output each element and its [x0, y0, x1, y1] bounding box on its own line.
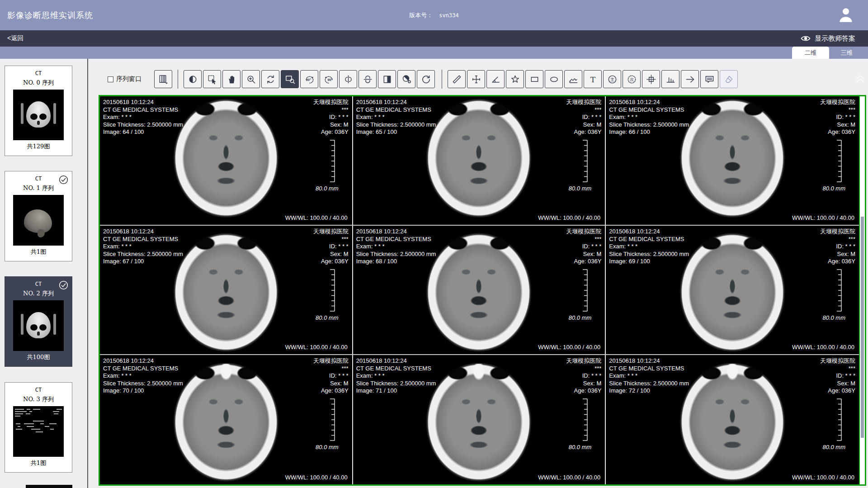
tab-3d[interactable]: 三维 [829, 47, 864, 59]
series-image-count: 共100图 [5, 353, 72, 361]
window-preset-button[interactable] [397, 70, 415, 88]
checkbox-icon[interactable] [108, 76, 113, 82]
rotate-90-cw-icon: 90° [324, 74, 334, 85]
reset-button[interactable] [417, 70, 435, 88]
angle-button[interactable] [486, 70, 505, 88]
select-button[interactable] [203, 70, 221, 88]
overlay-hospital: 天堰模拟医院 [820, 357, 855, 365]
ct-image [173, 362, 279, 482]
series-card-0[interactable]: CTNO. 0 序列共129图 [5, 66, 72, 156]
tab-2d[interactable]: 二维 [792, 47, 829, 59]
overlay-window-level: WW/WL: 100.00 / 40.00 [285, 214, 348, 221]
overlay-window-level: WW/WL: 100.00 / 40.00 [285, 474, 348, 481]
viewer-cell-9[interactable]: 20150618 10:12:24CT GE MEDICAL SYSTEMSEx… [606, 355, 859, 484]
overlay-exam: Exam: * * * [356, 114, 436, 121]
profile-icon [665, 74, 676, 85]
overlay-window-level: WW/WL: 100.00 / 40.00 [538, 214, 600, 221]
zoom-in-button[interactable] [242, 70, 260, 88]
profile-bars-button[interactable] [661, 70, 679, 88]
user-avatar-icon[interactable] [836, 5, 855, 24]
viewer-scrollbar[interactable] [859, 96, 865, 484]
flip-vertical-button[interactable] [359, 70, 377, 88]
flip-horizontal-icon [343, 74, 354, 85]
overlay-exam: Exam: * * * [103, 372, 183, 380]
overlay-patient-id: ID: * * * [313, 372, 349, 380]
overlay-stars: *** [313, 236, 349, 243]
rect-roi-button[interactable] [525, 70, 543, 88]
show-answer-label: 显示教师答案 [815, 34, 855, 43]
svg-text:90°: 90° [327, 77, 333, 81]
arrow-annotation-button[interactable] [681, 70, 699, 88]
svg-text:次: 次 [629, 77, 633, 81]
rotate-90-cw-button[interactable]: 90° [320, 70, 338, 88]
viewer-cell-3[interactable]: 20150618 10:12:24CT GE MEDICAL SYSTEMSEx… [606, 96, 859, 226]
layout-button[interactable] [154, 70, 172, 88]
overlay-hospital: 天堰模拟医院 [820, 99, 855, 106]
ct-image [679, 99, 785, 218]
scale-ruler-icon [330, 139, 336, 183]
collapse-toolbar-icon[interactable] [854, 72, 866, 84]
locate-icon [646, 74, 656, 85]
window-level-icon [188, 74, 198, 85]
overlay-slice-thickness: Slice Thickness: 2.500000 mm [356, 251, 436, 258]
ct-image [426, 362, 532, 482]
overlay-exam: Exam: * * * [609, 114, 689, 121]
overlay-age: Age: 036Y [820, 387, 855, 395]
text-annotation-button[interactable]: T [584, 70, 602, 88]
comment-button[interactable] [700, 70, 718, 88]
overlay-datetime: 20150618 10:12:24 [609, 228, 689, 236]
rotate-button[interactable] [261, 70, 279, 88]
cross-measure-button[interactable] [467, 70, 485, 88]
overlay-slice-thickness: Slice Thickness: 2.500000 mm [609, 251, 689, 258]
flip-horizontal-button[interactable] [339, 70, 357, 88]
scale-ruler-icon [582, 139, 589, 183]
overlay-stars: *** [313, 106, 349, 114]
overlay-top-right: 天堰模拟医院***ID: * * *Sex: MAge: 036Y [313, 228, 349, 265]
viewer-cell-2[interactable]: 20150618 10:12:24CT GE MEDICAL SYSTEMSEx… [353, 96, 606, 226]
reset-icon [421, 74, 431, 85]
curve-profile-button[interactable] [564, 70, 582, 88]
overlay-scale-label: 80.0 mm [569, 185, 592, 192]
back-button[interactable]: <返回 [0, 34, 24, 43]
series-selected-check-icon [58, 175, 69, 185]
viewer-cell-8[interactable]: 20150618 10:12:24CT GE MEDICAL SYSTEMSEx… [353, 355, 606, 484]
series-card-1[interactable]: CTNO. 1 序列共1图 [5, 171, 72, 261]
overlay-age: Age: 036Y [820, 258, 855, 265]
eraser-button[interactable] [720, 70, 738, 88]
overlay-manufacturer: CT GE MEDICAL SYSTEMS [609, 106, 689, 114]
overlay-top-left: 20150618 10:12:24CT GE MEDICAL SYSTEMSEx… [609, 228, 689, 265]
window-preset-icon [401, 74, 412, 85]
pan-button[interactable] [222, 70, 241, 88]
star-roi-button[interactable] [506, 70, 524, 88]
viewer-cell-4[interactable]: 20150618 10:12:24CT GE MEDICAL SYSTEMSEx… [100, 226, 353, 355]
toolbar-divider [178, 70, 178, 89]
rotate-90-ccw-button[interactable]: 90° [300, 70, 318, 88]
ruler-button[interactable] [448, 70, 466, 88]
main-marker-button[interactable]: 主 [603, 70, 621, 88]
ellipse-roi-button[interactable] [545, 70, 563, 88]
overlay-top-left: 20150618 10:12:24CT GE MEDICAL SYSTEMSEx… [356, 99, 436, 136]
series-card-2[interactable]: CTNO. 2 序列共100图 [5, 276, 72, 367]
overlay-window-level: WW/WL: 100.00 / 40.00 [792, 344, 854, 351]
series-window-toggle[interactable]: 序列窗口 [108, 75, 142, 83]
viewer-cell-6[interactable]: 20150618 10:12:24CT GE MEDICAL SYSTEMSEx… [606, 226, 859, 355]
overlay-age: Age: 036Y [313, 387, 349, 395]
viewer-cell-5[interactable]: 20150618 10:12:24CT GE MEDICAL SYSTEMSEx… [353, 226, 606, 355]
viewer-cell-1[interactable]: 20150618 10:12:24CT GE MEDICAL SYSTEMSEx… [100, 96, 353, 226]
overlay-sex: Sex: M [313, 121, 349, 129]
screen: { "header": { "title": "影像诊断思维实训系统", "ve… [0, 0, 868, 488]
secondary-marker-button[interactable]: 次 [623, 70, 641, 88]
scale-ruler-icon [582, 398, 589, 441]
locate-button[interactable] [642, 70, 660, 88]
invert-button[interactable] [378, 70, 396, 88]
region-zoom-button[interactable] [281, 70, 299, 88]
overlay-exam: Exam: * * * [609, 372, 689, 380]
ct-image [173, 99, 279, 218]
show-teacher-answer-button[interactable]: 显示教师答案 [800, 33, 868, 44]
viewer-cell-7[interactable]: 20150618 10:12:24CT GE MEDICAL SYSTEMSEx… [100, 355, 353, 484]
series-card-3[interactable]: CTNO. 3 序列共1图 [5, 382, 72, 473]
overlay-manufacturer: CT GE MEDICAL SYSTEMS [609, 236, 689, 243]
overlay-slice-thickness: Slice Thickness: 2.500000 mm [609, 121, 689, 129]
scrollbar-thumb[interactable] [861, 217, 864, 438]
window-level-button[interactable] [184, 70, 202, 88]
